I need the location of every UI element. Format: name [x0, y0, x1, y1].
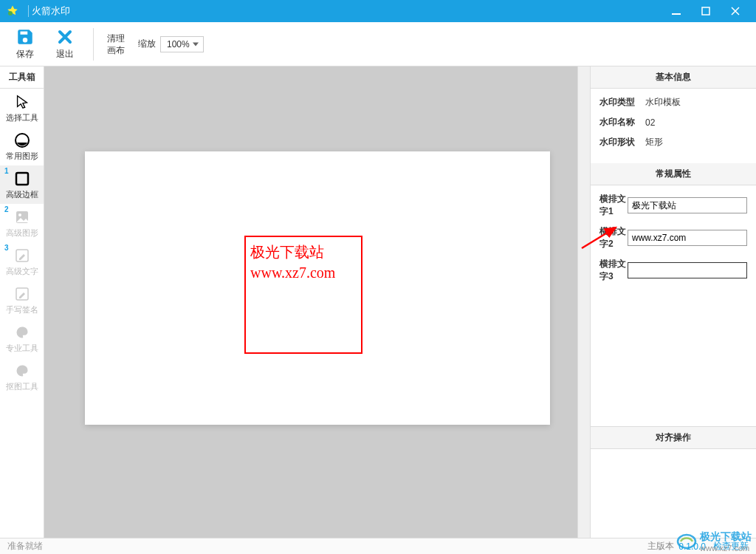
tool-adv-text[interactable]: 3 高级文字 — [0, 242, 44, 281]
svg-point-0 — [8, 11, 13, 16]
edit-icon — [13, 246, 32, 265]
save-icon — [16, 27, 35, 47]
version-label: 主版本 — [647, 540, 674, 553]
props-header: 常规属性 — [591, 163, 756, 185]
toolbox-header: 工具箱 — [0, 66, 44, 89]
close-icon — [55, 27, 75, 47]
svg-rect-4 — [16, 173, 28, 185]
text2-input[interactable] — [628, 230, 747, 246]
zoom-select[interactable]: 100% — [160, 36, 204, 52]
exit-button[interactable]: 退出 — [47, 24, 83, 64]
app-title: 火箭水印 — [32, 4, 662, 18]
tool-shapes[interactable]: 常用图形 — [0, 127, 44, 165]
tool-border[interactable]: 1 高级边框 — [0, 165, 44, 204]
canvas[interactable]: 极光下载站 www.xz7.com — [85, 151, 550, 425]
watermark-text2: www.xz7.com — [250, 262, 357, 283]
name-value: 02 — [645, 117, 655, 128]
shape-label: 水印形状 — [599, 136, 645, 148]
palette-icon — [13, 361, 32, 380]
watermark-text1: 极光下载站 — [250, 242, 357, 262]
close-button[interactable] — [721, 0, 750, 22]
clear-canvas-button[interactable]: 清理 画布 — [104, 33, 128, 56]
svg-rect-2 — [702, 7, 709, 15]
tool-signature[interactable]: 手写签名 — [0, 281, 44, 319]
text1-label: 横排文字1 — [599, 193, 628, 218]
status-text: 准备就绪 — [7, 540, 647, 553]
text3-input[interactable] — [628, 262, 747, 278]
tool-adv-shape[interactable]: 2 高级图形 — [0, 204, 44, 242]
name-label: 水印名称 — [599, 116, 645, 129]
palette-icon — [13, 323, 32, 342]
tool-pro[interactable]: 专业工具 — [0, 319, 44, 358]
save-button[interactable]: 保存 — [7, 24, 43, 64]
text1-input[interactable] — [628, 197, 747, 213]
watermark-box[interactable]: 极光下载站 www.xz7.com — [244, 236, 362, 354]
shape-value: 矩形 — [645, 136, 663, 148]
minimize-button[interactable] — [662, 0, 691, 22]
svg-point-6 — [18, 213, 21, 216]
svg-rect-1 — [672, 13, 681, 15]
image-icon — [13, 208, 32, 227]
type-label: 水印类型 — [599, 96, 645, 109]
basic-info-header: 基本信息 — [591, 66, 756, 89]
pen-icon — [13, 284, 32, 304]
zoom-label: 缩放 — [138, 38, 156, 50]
app-logo-icon — [6, 4, 19, 18]
cursor-icon — [13, 92, 32, 112]
maximize-button[interactable] — [691, 0, 721, 22]
align-header: 对齐操作 — [591, 426, 756, 449]
brand-watermark: 极光下载站 www.xz7.com — [676, 530, 752, 553]
text2-label: 横排文字2 — [599, 225, 628, 250]
svg-point-10 — [678, 535, 695, 548]
circle-icon — [13, 131, 32, 150]
tool-select[interactable]: 选择工具 — [0, 89, 44, 127]
text3-label: 横排文字3 — [599, 258, 628, 283]
type-value: 水印模板 — [645, 96, 681, 109]
scrollbar[interactable] — [577, 66, 590, 538]
canvas-area[interactable]: 极光下载站 www.xz7.com — [44, 66, 590, 538]
tool-cutout[interactable]: 抠图工具 — [0, 358, 44, 396]
square-icon — [13, 169, 32, 188]
